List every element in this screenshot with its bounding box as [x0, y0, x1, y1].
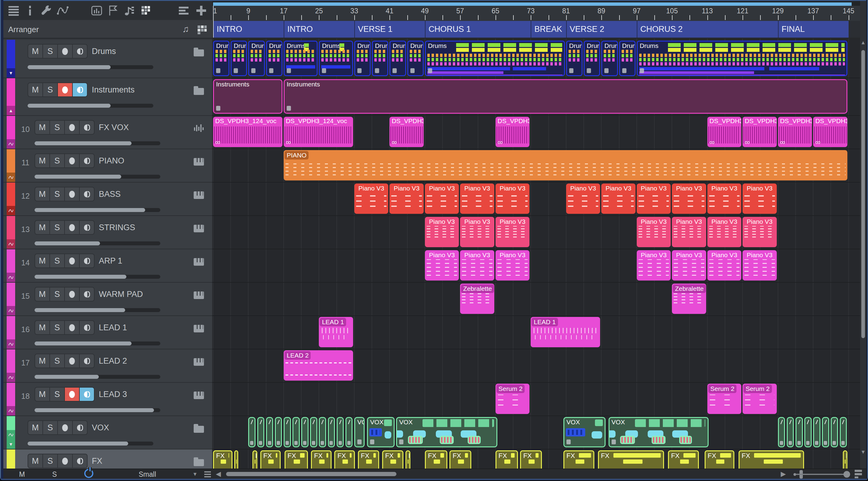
add-track-icon[interactable] — [195, 4, 207, 17]
clip-arp[interactable]: Piano V3 — [707, 250, 741, 280]
clip-bass[interactable]: Piano V3 — [707, 183, 741, 214]
scroll-right-icon[interactable]: ▶ — [781, 470, 786, 478]
automation-icon[interactable] — [7, 239, 15, 249]
track-color-strip[interactable] — [7, 283, 15, 315]
track-color-strip[interactable] — [7, 149, 15, 182]
clip-arp[interactable]: Piano V3 — [460, 250, 494, 280]
track-name[interactable]: LEAD 1 — [99, 323, 127, 332]
clip-fx[interactable]: FX — [425, 450, 447, 469]
clip-ds[interactable]: Drums — [584, 41, 600, 76]
track-color-strip[interactable]: ▲ — [7, 78, 15, 115]
clip-fx[interactable]: FX — [496, 450, 518, 469]
clip-lead1[interactable]: LEAD 1 — [319, 317, 353, 347]
volume-slider[interactable] — [35, 141, 160, 145]
track-name[interactable]: LEAD 2 — [99, 356, 127, 366]
clip-voxm[interactable]: VOX — [563, 417, 606, 447]
pattern-blocks-icon[interactable] — [196, 23, 208, 35]
solo-button[interactable]: S — [50, 221, 64, 234]
instrument-keys-icon[interactable] — [194, 257, 204, 266]
section-verse-2[interactable]: VERSE 2 — [566, 21, 637, 38]
track-header-lead-1[interactable]: 16MSLEAD 1 — [3, 316, 212, 350]
monitor-button[interactable] — [80, 388, 94, 401]
timeline-lane-drums[interactable]: DrumsDrumsDrumsDrumsDrumsDrumsDrumsDrums… — [212, 40, 860, 78]
clip-strings[interactable]: Piano V3 — [707, 217, 741, 247]
track-header-arp-1[interactable]: 14MSARP 1 — [3, 249, 212, 283]
volume-slider[interactable] — [28, 65, 153, 69]
automation-icon[interactable] — [7, 339, 15, 349]
solo-button[interactable]: S — [50, 321, 64, 334]
record-arm-button[interactable] — [65, 187, 79, 201]
clip-bass[interactable]: Piano V3 — [425, 183, 459, 214]
clip-voxs[interactable] — [301, 417, 309, 447]
track-name[interactable]: Instruments — [92, 85, 134, 95]
scroll-up-icon[interactable]: ▲ — [860, 40, 866, 46]
monitor-button[interactable] — [73, 454, 87, 468]
volume-slider[interactable] — [28, 104, 153, 108]
instrument-keys-icon[interactable] — [194, 157, 204, 166]
record-arm-button[interactable] — [65, 254, 79, 268]
music-note-icon[interactable]: ♫ — [182, 24, 189, 34]
track-color-strip[interactable] — [7, 249, 15, 282]
folder-expand-icon[interactable]: ▼ — [7, 440, 15, 449]
record-arm-button[interactable] — [58, 421, 72, 434]
timeline-lane-lead-1[interactable]: LEAD 1LEAD 1 — [212, 316, 860, 350]
clip-fx[interactable]: FX — [234, 450, 238, 469]
clip-ds[interactable]: Drums — [248, 41, 265, 76]
folder-expand-icon[interactable]: ▲ — [7, 106, 15, 115]
automation-icon[interactable] — [7, 430, 15, 440]
clip-voxs[interactable] — [345, 417, 353, 447]
volume-slider[interactable] — [35, 408, 160, 412]
timeline-lane-vox[interactable]: VOXVOXVOXVOXVOX — [212, 416, 860, 449]
monitor-button[interactable] — [80, 321, 94, 334]
clip-fx[interactable]: FX — [563, 450, 594, 469]
mute-button[interactable]: M — [35, 121, 50, 134]
automation-icon[interactable] — [57, 4, 69, 17]
section-intro[interactable]: INTRO — [284, 21, 354, 38]
monitor-button[interactable] — [80, 288, 94, 301]
clip-voxs[interactable] — [275, 417, 282, 447]
track-name[interactable]: FX VOX — [99, 123, 129, 132]
track-name[interactable]: WARM PAD — [99, 290, 143, 299]
record-arm-button[interactable] — [65, 221, 79, 234]
clip-fx[interactable]: FX — [382, 450, 403, 469]
timeline-lane-warm-pad[interactable]: ZebraletteZebralette — [212, 283, 860, 316]
clip-avox[interactable]: DS_VPDH3_124_voc∞ — [707, 117, 741, 147]
clip-piano[interactable]: PIANO — [284, 150, 847, 180]
track-header-warm-pad[interactable]: 15MSWARM PAD — [3, 283, 212, 316]
clip-voxs[interactable] — [813, 417, 820, 447]
clip-bass[interactable]: Piano V3 — [496, 183, 529, 214]
clip-fx[interactable]: FX — [252, 450, 257, 469]
clip-pad[interactable]: Zebralette — [672, 283, 706, 314]
track-list-icon[interactable] — [178, 4, 190, 17]
clip-arp[interactable]: Piano V3 — [637, 250, 671, 280]
quantize-note-icon[interactable] — [123, 4, 135, 17]
automation-icon[interactable] — [7, 273, 15, 282]
timeline-lane-lead-3[interactable]: Serum 2Serum 2Serum 2 — [212, 383, 860, 416]
clip-bass[interactable]: Piano V3 — [390, 183, 424, 214]
track-header-strings[interactable]: 13MSSTRINGS — [3, 216, 212, 249]
automation-icon[interactable] — [7, 373, 15, 382]
scroll-down-icon[interactable]: ▼ — [860, 449, 866, 455]
clip-ds[interactable]: Drums — [601, 41, 618, 76]
clip-ds[interactable]: Drums — [566, 41, 583, 76]
clip-serum[interactable]: Serum 2 — [743, 384, 776, 414]
clip-strings[interactable]: Piano V3 — [496, 217, 529, 247]
clip-arp[interactable]: Piano V3 — [672, 250, 706, 280]
monitor-button[interactable] — [80, 187, 94, 201]
clip-ds[interactable]: Drums — [354, 41, 371, 76]
clip-voxs[interactable] — [778, 417, 785, 447]
clip-avox[interactable]: DS_VPDH3_124_voc∞ — [390, 117, 424, 147]
record-arm-button[interactable] — [65, 354, 79, 367]
record-arm-button[interactable] — [65, 154, 79, 168]
record-arm-button[interactable] — [58, 44, 72, 58]
timeline-lane-arp-1[interactable]: Piano V3Piano V3Piano V3Piano V3Piano V3… — [212, 249, 860, 283]
clip-fx[interactable]: FX — [668, 450, 699, 469]
track-header-lead-3[interactable]: 18MSLEAD 3 — [3, 383, 212, 416]
track-color-strip[interactable] — [7, 183, 15, 215]
clip-strings[interactable]: Piano V3 — [672, 217, 706, 247]
solo-button[interactable]: S — [50, 154, 64, 168]
clip-fx[interactable]: FX — [405, 450, 410, 469]
mute-button[interactable]: M — [35, 288, 50, 301]
folder-icon[interactable] — [194, 424, 204, 433]
menu-icon[interactable] — [7, 4, 20, 17]
